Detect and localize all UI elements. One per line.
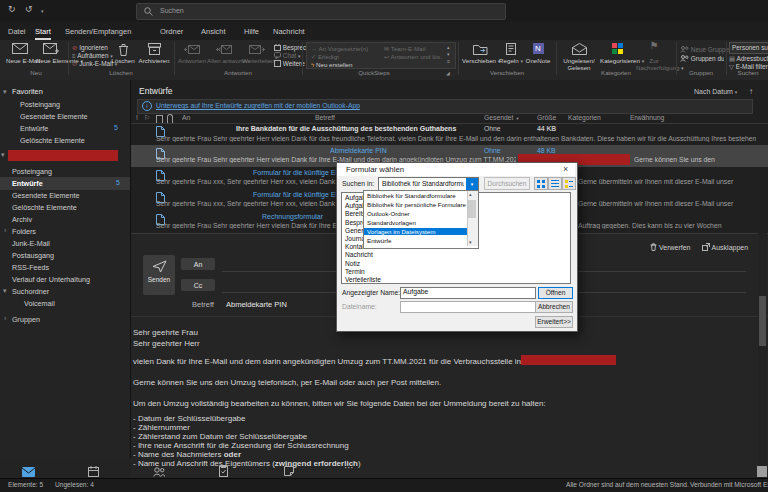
scroll-down-icon[interactable]: ▾ <box>469 239 472 245</box>
tab-senden-empfangen[interactable]: Senden/Empfangen <box>65 27 131 36</box>
form-item[interactable]: Notiz <box>345 260 360 267</box>
nav-tasks-icon[interactable] <box>219 465 228 477</box>
sidebar-item-gruppen[interactable]: Gruppen <box>12 315 40 324</box>
quickstep-to-manager[interactable]: → An Vorgesetzte(n) <box>311 45 368 52</box>
nav-more-icon[interactable]: ⋯ <box>344 462 354 473</box>
account-expand-icon[interactable]: ▾ <box>1 151 5 159</box>
gallery-down-icon[interactable]: ▾ <box>447 51 450 57</box>
quickstep-reply-delete[interactable]: ↩ Antworten und lös... <box>384 53 444 60</box>
nav-mail-icon[interactable] <box>22 467 35 477</box>
col-attachment-icon[interactable] <box>167 114 173 123</box>
col-gesendet[interactable]: Gesendet ▼ <box>484 114 519 121</box>
dropdown-item[interactable]: Bibliothek für Standardformulare <box>364 192 467 199</box>
qat-caret-icon[interactable]: ▾ <box>41 8 44 14</box>
quickstep-done[interactable]: ✓ Erledigt <box>311 53 339 60</box>
scrollbar-thumb[interactable] <box>759 296 766 346</box>
tab-ordner[interactable]: Ordner <box>160 27 183 36</box>
col-importance-icon[interactable]: ! <box>136 114 138 121</box>
sidebar-item-posteingang[interactable]: Posteingang <box>12 167 52 176</box>
advanced-button[interactable]: Erweitert>> <box>535 316 573 328</box>
dropdown-item-selected[interactable]: Vorlagen im Dateisystem <box>364 228 467 235</box>
filename-input[interactable] <box>400 301 536 313</box>
sort-direction-icon[interactable]: ↑ <box>749 87 753 96</box>
col-an[interactable]: An <box>182 114 190 121</box>
quicksteps-dialog-launcher-icon[interactable]: ◢ <box>446 70 450 76</box>
undo-icon[interactable]: ↺ <box>25 4 33 14</box>
dropdown-item[interactable]: Outlook-Ordner <box>364 210 467 217</box>
chat-button[interactable]: Chat ▾ <box>274 52 301 59</box>
nav-calendar-icon[interactable] <box>88 466 99 477</box>
scroll-up-icon[interactable]: ▴ <box>469 191 472 197</box>
col-betreff[interactable]: Betreff <box>315 114 335 121</box>
sidebar-item-geloeschte-fav[interactable]: Gelöschte Elemente <box>20 136 85 145</box>
cc-button[interactable]: Cc <box>181 279 215 291</box>
sidebar-item-suchordner[interactable]: Suchordner <box>12 287 49 296</box>
sidebar-item-junk[interactable]: Junk-E-Mail <box>12 239 50 248</box>
popout-button[interactable]: Ausklappen <box>702 243 748 251</box>
address-book-button[interactable]: ▤ Adressbuch <box>729 55 768 63</box>
subject-value[interactable]: Abmeldekarte PIN <box>226 300 287 309</box>
gallery-more-icon[interactable]: ≡ <box>447 58 450 64</box>
sidebar-item-rss[interactable]: RSS-Feeds <box>12 263 49 272</box>
col-kategorien[interactable]: Kategorien <box>568 114 601 121</box>
dropdown-item[interactable]: Bibliothek für persönliche Formulare <box>364 201 467 208</box>
tab-nachricht[interactable]: Nachricht <box>273 27 305 36</box>
sidebar-item-entwuerfe-fav[interactable]: Entwürfe <box>20 124 48 133</box>
sidebar-item-gesendete[interactable]: Gesendete Elemente <box>12 191 80 200</box>
open-button[interactable]: Öffnen <box>538 287 573 299</box>
sidebar-item-gesendete-fav[interactable]: Gesendete Elemente <box>20 112 88 121</box>
col-erwaehnung[interactable]: Erwähnung <box>630 114 664 121</box>
dialog-close-icon[interactable]: × <box>563 164 568 174</box>
search-in-combobox[interactable]: Bibliothek für Standardformulare ▾ <box>378 177 479 191</box>
mobile-app-link[interactable]: Unterwegs auf Ihre Entwürfe zugreifen mi… <box>156 102 360 110</box>
cleanup-button[interactable]: ≡ Aufräumen ▾ <box>72 52 113 59</box>
sidebar-item-voicemail[interactable]: Voicemail <box>24 299 55 308</box>
search-people-button[interactable]: Personen suchen <box>729 42 768 54</box>
view-large-icons-button[interactable] <box>534 177 548 190</box>
dropdown-item[interactable]: Entwürfe <box>364 237 467 244</box>
form-item[interactable]: Verteilerliste <box>345 276 381 283</box>
col-groesse[interactable]: Größe <box>537 114 556 121</box>
sidebar-item-verlauf[interactable]: Verlauf der Unterhaltung <box>12 275 90 284</box>
favorites-header[interactable]: Favoriten <box>12 87 43 96</box>
folders-collapsed-icon[interactable]: › <box>4 227 6 234</box>
quickstep-create-new[interactable]: ϟ Neu erstellen <box>311 61 352 68</box>
tab-datei[interactable]: Datei <box>8 27 26 36</box>
search-input[interactable] <box>136 3 506 20</box>
tab-hilfe[interactable]: Hilfe <box>244 27 259 36</box>
sidebar-item-folders[interactable]: Folders <box>12 227 36 236</box>
browse-button[interactable]: Durchsuchen <box>484 177 530 190</box>
combo-arrow-icon[interactable]: ▾ <box>466 178 478 190</box>
quickstep-team-email[interactable]: ✉ Team-E-Mail <box>384 45 444 52</box>
more-respond-button[interactable]: Weitere ▾ <box>274 60 309 67</box>
sidebar-item-entwuerfe[interactable]: Entwürfe <box>12 179 43 188</box>
display-name-input[interactable]: Aufgabe <box>400 287 536 299</box>
nav-notes-icon[interactable] <box>284 466 294 476</box>
sidebar-item-geloeschte[interactable]: Gelöschte Elemente <box>12 203 77 212</box>
form-item[interactable]: Termin <box>345 268 365 275</box>
nav-people-icon[interactable] <box>153 467 165 477</box>
sidebar-item-postausgang[interactable]: Postausgang <box>12 251 54 260</box>
scrollbar-end-box[interactable] <box>757 466 767 477</box>
sort-by-button[interactable]: Nach Datum ▾ <box>694 88 737 95</box>
dropdown-item[interactable]: Standardvorlagen <box>364 219 467 226</box>
dropdown-scroll-thumb[interactable] <box>468 200 476 218</box>
tab-start[interactable]: Start <box>35 27 51 40</box>
send-button[interactable]: Senden <box>143 255 175 295</box>
gallery-up-icon[interactable]: ▴ <box>447 44 450 50</box>
discard-button[interactable]: Verwerfen <box>650 243 690 251</box>
ignore-button[interactable]: ⊘ Ignorieren <box>72 44 108 52</box>
to-button[interactable]: An <box>181 258 215 270</box>
view-list-button[interactable] <box>548 177 562 190</box>
suchordner-expand-icon[interactable]: ▾ <box>3 287 7 295</box>
favorites-expand-icon[interactable]: ▾ <box>3 88 7 96</box>
tab-ansicht[interactable]: Ansicht <box>201 27 226 36</box>
cancel-button[interactable]: Abbrechen <box>535 301 573 313</box>
scrollbar-track[interactable] <box>758 233 767 478</box>
sync-icon[interactable]: ↻ <box>8 4 16 14</box>
col-flag-icon[interactable]: ⚐ <box>144 114 150 122</box>
gruppen-collapsed-icon[interactable]: › <box>4 315 6 322</box>
form-item[interactable]: Nachricht <box>345 251 373 258</box>
sidebar-item-archiv[interactable]: Archiv <box>12 215 32 224</box>
sidebar-item-posteingang-fav[interactable]: Posteingang <box>20 100 60 109</box>
